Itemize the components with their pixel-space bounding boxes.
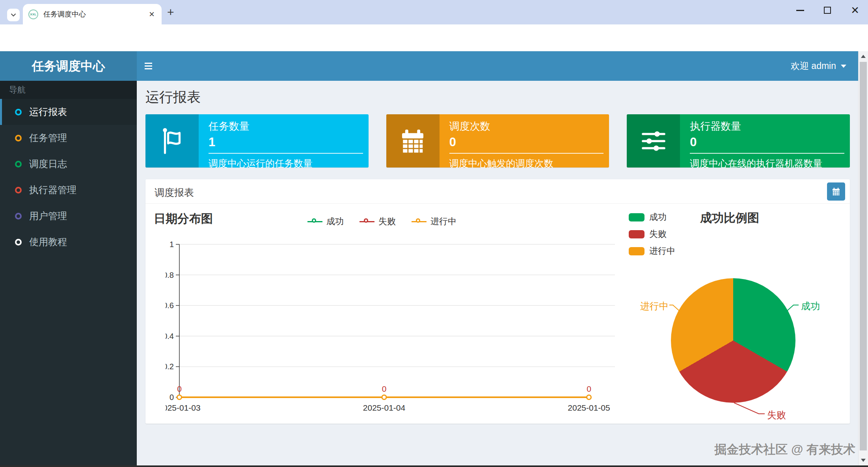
chevron-down-icon [10,12,17,18]
app-navbar: 欢迎 admin [137,51,858,81]
scroll-up-icon[interactable] [859,51,868,61]
svg-text:0.2: 0.2 [166,362,174,371]
circle-icon [15,109,22,115]
sidebar-item-users[interactable]: 用户管理 [0,203,137,229]
info-box-value: 0 [449,135,604,149]
info-box-triggers: 调度次数 0 调度中心触发的调度次数 [386,114,609,167]
sidebar-toggle-button[interactable] [137,51,160,81]
browser-window: XXL 任务调度中心 × + ✕ 不安全 192.168.179.21:8080… [0,0,868,467]
sliders-icon [627,114,680,167]
panel-header: 调度报表 [145,179,850,204]
calendar-icon [386,114,440,167]
line-marker-icon [307,221,322,222]
line-chart-legend: 成功 失败 进行中 [256,216,508,227]
svg-text:2025-01-03: 2025-01-03 [166,403,201,412]
circle-icon [15,239,22,246]
sidebar-item-label: 运行报表 [29,106,67,118]
browser-tab[interactable]: XXL 任务调度中心 × [23,4,162,24]
info-box-title: 任务数量 [209,119,363,133]
tab-search-button[interactable] [7,9,20,21]
sidebar-item-label: 使用教程 [29,236,67,248]
sidebar-item-joblog[interactable]: 调度日志 [0,151,137,177]
maximize-button[interactable] [824,7,831,14]
info-box-title: 调度次数 [449,119,604,133]
svg-text:0: 0 [177,384,182,393]
sidebar-item-label: 用户管理 [29,210,67,222]
app-root: 任务调度中心 欢迎 admin 导航 运行报表 任务管理 调度日志 执行器管理 … [0,51,858,467]
svg-text:0: 0 [587,384,591,393]
info-box-jobs: 任务数量 1 调度中心运行的任务数量 [145,114,369,167]
window-bottom-edge [0,465,868,467]
line-marker-icon [412,221,427,222]
sidebar-item-executors[interactable]: 执行器管理 [0,177,137,203]
line-chart-title: 日期分布图 [154,211,213,227]
caret-down-icon [841,65,846,68]
divider [449,153,604,154]
tab-close-icon[interactable]: × [147,9,156,19]
flag-icon [145,114,199,167]
svg-text:2025-01-05: 2025-01-05 [568,403,610,412]
divider [690,153,844,154]
legend-item-success[interactable]: 成功 [307,216,344,227]
report-panel: 调度报表 日期分布图 成功 失败 进行中 00.20.40.60.812025-… [145,179,850,424]
tab-title: 任务调度中心 [43,9,147,19]
sidebar-item-label: 任务管理 [29,132,67,144]
line-chart: 00.20.40.60.812025-01-032025-01-042025-0… [166,234,615,420]
info-box-executors: 执行器数量 0 调度中心在线的执行器机器数量 [627,114,850,167]
svg-text:2025-01-04: 2025-01-04 [363,403,406,412]
sidebar-item-label: 调度日志 [29,158,67,170]
sidebar-item-dashboard[interactable]: 运行报表 [0,99,137,125]
legend-item-fail[interactable]: 失败 [359,216,396,227]
pie-chart-block: 成功比例图 成功 失败 进行中 成功 失败 进行中 [623,204,853,423]
svg-text:0: 0 [382,384,387,393]
svg-text:0.8: 0.8 [166,271,174,279]
info-box-value: 1 [209,135,363,149]
info-box-row: 任务数量 1 调度中心运行的任务数量 调度次数 0 调度中心触发的调度次数 [145,114,850,167]
app-brand[interactable]: 任务调度中心 [0,51,137,81]
sidebar: 导航 运行报表 任务管理 调度日志 执行器管理 用户管理 使用教程 [0,81,137,465]
circle-icon [15,135,22,141]
sidebar-item-help[interactable]: 使用教程 [0,229,137,255]
sidebar-item-jobs[interactable]: 任务管理 [0,125,137,151]
info-box-desc: 调度中心触发的调度次数 [449,157,604,170]
panel-title: 调度报表 [155,186,194,199]
legend-label: 进行中 [430,216,456,227]
legend-item-running[interactable]: 进行中 [412,216,456,227]
info-box-desc: 调度中心运行的任务数量 [209,157,363,170]
date-range-button[interactable] [827,182,845,201]
legend-label: 失败 [378,216,396,227]
new-tab-button[interactable]: + [167,6,174,19]
calendar-icon [831,187,841,196]
pie-label-success: 成功 [801,300,820,313]
sidebar-section-label: 导航 [0,81,137,99]
tab-strip: XXL 任务调度中心 × + ✕ [0,0,868,24]
circle-icon [15,161,22,167]
divider [209,153,363,154]
circle-icon [15,213,22,220]
xxl-favicon-icon: XXL [28,9,38,19]
svg-text:0.4: 0.4 [166,332,174,340]
user-menu[interactable]: 欢迎 admin [791,51,846,81]
minimize-button[interactable] [796,10,804,11]
watermark: 掘金技术社区 @ 有来技术 [715,441,855,458]
pie-label-running: 进行中 [639,300,669,313]
line-marker-icon [359,221,374,222]
scroll-down-icon[interactable] [859,455,868,465]
scrollbar-thumb[interactable] [860,62,867,450]
info-box-title: 执行器数量 [690,119,844,133]
pie-label-fail: 失败 [767,409,786,421]
address-bar: 不安全 192.168.179.21:8080/xxl-job-admin/ 访… [0,24,868,51]
info-box-desc: 调度中心在线的执行器机器数量 [690,157,844,170]
legend-label: 成功 [326,216,344,227]
circle-icon [15,187,22,193]
svg-text:0: 0 [170,393,174,402]
line-chart-block: 日期分布图 成功 失败 进行中 00.20.40.60.812025-01-03… [145,204,623,423]
pie-leader-lines [623,204,853,423]
svg-text:1: 1 [170,240,174,249]
svg-text:0.6: 0.6 [166,301,174,310]
window-close-button[interactable]: ✕ [851,6,859,14]
sidebar-item-label: 执行器管理 [29,184,76,196]
page-title: 运行报表 [145,88,201,106]
content-area: 运行报表 任务数量 1 调度中心运行的任务数量 [137,81,850,442]
page-scrollbar[interactable] [858,51,868,465]
